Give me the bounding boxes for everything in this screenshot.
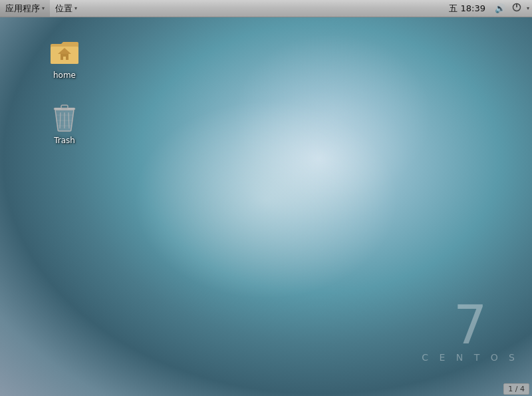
places-menu[interactable]: 位置 ▾ [50,0,82,17]
centos-watermark: 7 C E N T O S [422,299,519,363]
centos-number: 7 [454,299,487,352]
places-arrow: ▾ [74,5,77,11]
power-arrow: ▾ [527,5,529,11]
applications-label: 应用程序 [5,3,40,15]
places-label: 位置 [55,3,72,15]
volume-icon[interactable]: 🔊 [493,3,507,13]
applications-menu[interactable]: 应用程序 ▾ [0,0,50,17]
centos-text: C E N T O S [422,352,519,363]
panel-clock: 五 18:39 [445,3,489,15]
home-label: home [53,71,76,80]
trash-icon-image [49,101,80,133]
power-icon[interactable] [511,3,523,14]
applications-arrow: ▾ [42,5,45,11]
workspace-pager[interactable]: 1 / 4 [503,383,529,395]
home-icon-image [49,36,80,68]
desktop: 应用程序 ▾ 位置 ▾ 五 18:39 🔊 ▾ [0,0,532,396]
top-panel: 应用程序 ▾ 位置 ▾ 五 18:39 🔊 ▾ [0,0,532,17]
svg-rect-6 [61,105,68,108]
trash-icon[interactable]: Trash [38,99,91,148]
home-icon[interactable]: home [38,33,91,83]
panel-right: 五 18:39 🔊 ▾ [445,0,532,17]
trash-label: Trash [54,136,75,145]
